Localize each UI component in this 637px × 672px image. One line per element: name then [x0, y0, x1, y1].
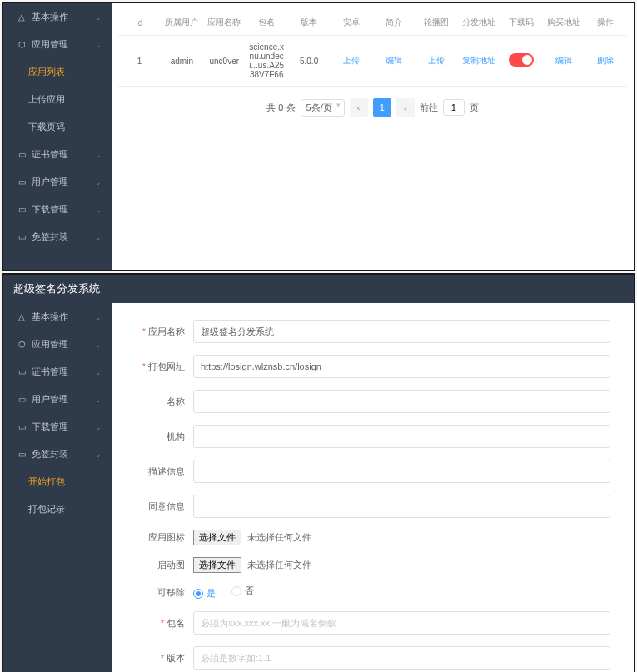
- menu-icon: ▭: [18, 232, 27, 241]
- launch-file-text: 未选择任何文件: [247, 560, 311, 570]
- label-desc: 描述信息: [135, 465, 193, 478]
- label-org: 机构: [135, 431, 193, 443]
- chevron-down-icon: ⌄: [95, 341, 102, 349]
- disclaimer-input[interactable]: [193, 495, 610, 518]
- package-form: 应用名称 打包网址 名称 机构 描述信息: [118, 310, 627, 672]
- sidebar-item-label: 用户管理: [32, 177, 68, 187]
- chevron-down-icon: ⌄: [95, 423, 102, 431]
- col-header: 应用名称: [203, 10, 246, 36]
- cell-name: unc0ver: [203, 36, 246, 87]
- carousel-upload-link[interactable]: 上传: [415, 36, 457, 87]
- removable-yes-radio[interactable]: 是: [193, 587, 216, 600]
- goto-input[interactable]: [443, 99, 465, 116]
- label-build-url: 打包网址: [135, 361, 193, 373]
- col-header: 版本: [288, 10, 331, 36]
- download-code-toggle[interactable]: [500, 36, 542, 87]
- radio-dot-icon: [231, 586, 241, 596]
- app-table: id所属用户应用名称包名版本安卓简介轮播图分发地址下载码购买地址操作 1 adm…: [118, 10, 627, 87]
- menu-icon: ⬡: [18, 340, 27, 349]
- col-header: 安卓: [331, 10, 373, 36]
- name-input[interactable]: [193, 390, 610, 413]
- sidebar-item-label: 证书管理: [32, 149, 68, 159]
- chevron-down-icon: ⌄: [95, 178, 102, 187]
- chevron-down-icon: ⌄: [95, 206, 102, 214]
- cell-user: admin: [161, 36, 203, 87]
- menu-icon: ▭: [18, 395, 27, 404]
- table-row: 1 admin unc0ver science.xnu.undeci...us.…: [118, 36, 627, 87]
- page-size-select[interactable]: 5条/页: [301, 99, 345, 117]
- cell-ver: 5.0.0: [288, 36, 331, 87]
- sidebar-item[interactable]: ▭免签封装⌄: [3, 223, 112, 251]
- sidebar-item-label: 基本操作: [32, 311, 68, 321]
- sidebar-item[interactable]: ▭下载管理⌄: [3, 413, 112, 441]
- col-header: 轮播图: [415, 10, 457, 36]
- sidebar-item-label: 应用列表: [28, 66, 65, 78]
- sidebar-item[interactable]: ▭免签封装⌄: [3, 441, 112, 468]
- label-app-icon: 应用图标: [135, 531, 193, 544]
- sidebar-item[interactable]: 上传应用: [3, 86, 112, 113]
- app-icon-file-button[interactable]: 选择文件: [193, 530, 241, 545]
- sidebar-item[interactable]: ⬡应用管理⌄: [3, 31, 112, 58]
- chevron-down-icon: ⌄: [95, 396, 102, 404]
- sidebar-item[interactable]: △基本操作⌄: [3, 303, 112, 331]
- prev-page-button[interactable]: ‹: [350, 98, 368, 117]
- android-upload-link[interactable]: 上传: [331, 36, 373, 87]
- delete-link[interactable]: 删除: [585, 36, 627, 87]
- sidebar-item[interactable]: ⬡应用管理⌄: [3, 331, 112, 358]
- chevron-down-icon: ⌄: [95, 450, 102, 459]
- app-icon-file-text: 未选择任何文件: [247, 532, 311, 542]
- sidebar-item-label: 用户管理: [32, 394, 68, 404]
- sidebar-item-label: 证书管理: [32, 366, 68, 376]
- col-header: 下载码: [500, 10, 542, 36]
- sidebar-item-label: 下载管理: [32, 421, 68, 431]
- col-header: 分发地址: [457, 10, 500, 36]
- col-header: 所属用户: [161, 10, 203, 36]
- page-1-button[interactable]: 1: [373, 98, 391, 117]
- dist-copy-link[interactable]: 复制地址: [457, 36, 500, 87]
- launch-file-button[interactable]: 选择文件: [193, 557, 241, 573]
- col-header: 包名: [246, 10, 288, 36]
- label-ver: 版本: [135, 652, 193, 665]
- label-pkg: 包名: [135, 617, 193, 630]
- sidebar-item[interactable]: ▭下载管理⌄: [3, 196, 112, 223]
- goto-label: 前往: [420, 102, 438, 114]
- sidebar-item[interactable]: ▭证书管理⌄: [3, 141, 112, 168]
- system-title: 超级签名分发系统: [3, 275, 634, 303]
- pagination: 共 0 条 5条/页 ‹ 1 › 前往 页: [118, 98, 627, 117]
- pager-total: 共 0 条: [266, 102, 295, 114]
- sidebar-item[interactable]: △基本操作⌄: [3, 3, 112, 31]
- desc-input[interactable]: [193, 460, 610, 483]
- sidebar-item[interactable]: 开始打包: [3, 468, 112, 495]
- menu-icon: ▭: [18, 177, 27, 187]
- menu-icon: △: [18, 312, 27, 321]
- org-input[interactable]: [193, 425, 610, 448]
- sidebar-item[interactable]: 下载页码: [3, 113, 112, 141]
- sidebar-item-label: 应用管理: [32, 339, 68, 349]
- intro-edit-link[interactable]: 编辑: [372, 36, 415, 87]
- sidebar-item[interactable]: 打包记录: [3, 495, 112, 523]
- menu-icon: ▭: [18, 367, 27, 376]
- chevron-down-icon: ⌄: [95, 41, 102, 49]
- next-page-button[interactable]: ›: [396, 98, 415, 117]
- sidebar-item[interactable]: ▭用户管理⌄: [3, 386, 112, 413]
- build-url-input[interactable]: [193, 355, 610, 378]
- switch-icon[interactable]: [509, 53, 534, 67]
- page-unit: 页: [470, 102, 479, 114]
- sidebar-item[interactable]: 应用列表: [3, 58, 112, 86]
- sidebar-item-label: 打包记录: [28, 503, 65, 515]
- app-name-input[interactable]: [193, 320, 610, 343]
- sidebar-item[interactable]: ▭证书管理⌄: [3, 358, 112, 386]
- menu-icon: ▭: [18, 150, 27, 159]
- label-name: 名称: [135, 396, 193, 408]
- sidebar-item-label: 下载页码: [28, 121, 65, 133]
- removable-no-radio[interactable]: 否: [231, 585, 254, 597]
- cell-id: 1: [118, 36, 161, 87]
- sidebar-item-label: 免签封装: [32, 231, 68, 241]
- buy-edit-link[interactable]: 编辑: [542, 36, 585, 87]
- sidebar-item[interactable]: ▭用户管理⌄: [3, 168, 112, 196]
- sidebar-item-label: 应用管理: [32, 39, 68, 49]
- sidebar-item-label: 开始打包: [28, 475, 65, 488]
- col-header: id: [118, 10, 161, 36]
- ver-input[interactable]: [193, 646, 610, 670]
- pkg-input[interactable]: [193, 611, 610, 635]
